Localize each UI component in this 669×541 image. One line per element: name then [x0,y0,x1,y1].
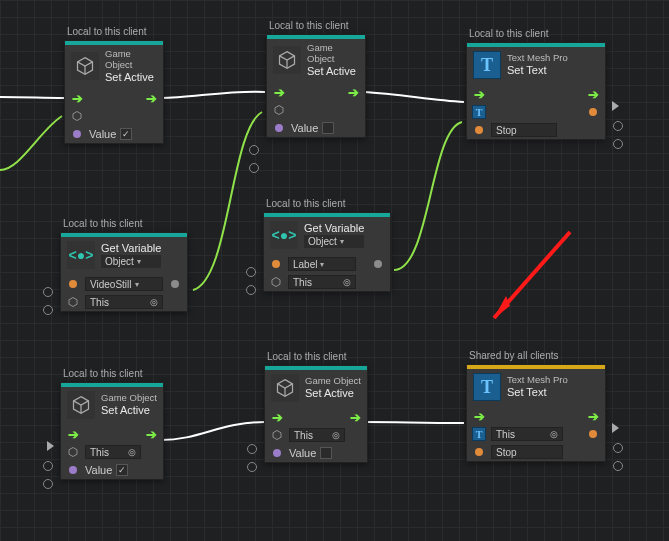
action-label: Set Text [507,64,568,77]
scope-label: Shared by all clients [469,350,559,361]
text-in-port[interactable] [471,126,487,134]
exec-out-port[interactable]: ➔ [585,409,601,424]
name-dropdown[interactable]: Label▾ [288,257,356,271]
value-label: Value [289,447,316,459]
side-port[interactable] [613,139,623,149]
side-port[interactable] [613,443,623,453]
svg-line-0 [494,232,570,318]
value-in-port[interactable] [271,124,287,132]
node-tmp-settext-shared[interactable]: Shared by all clients T Text Mesh Pro Se… [466,364,606,462]
action-label: Set Active [307,65,359,78]
exec-out-port[interactable]: ➔ [585,87,601,102]
value-in-port[interactable] [65,466,81,474]
value-checkbox[interactable] [322,122,334,134]
exec-in-port[interactable]: ➔ [69,91,85,106]
target-in-port[interactable]: T [471,427,487,441]
target-in-port[interactable] [271,104,287,116]
name-dropdown[interactable]: VideoStill▾ [85,277,163,291]
side-port[interactable] [246,285,256,295]
side-port[interactable] [249,145,259,155]
cube-icon [67,391,95,419]
node-get-variable-2[interactable]: Local to this client <●> Get Variable Ob… [263,212,391,292]
target-in-port[interactable] [65,446,81,458]
value-label: Value [89,128,116,140]
target-field[interactable]: This◎ [288,275,356,289]
value-out-port[interactable] [167,280,183,288]
exec-in-port[interactable]: ➔ [471,409,487,424]
scope-label: Local to this client [63,218,143,229]
target-field[interactable]: This◎ [289,428,345,442]
side-port[interactable] [43,305,53,315]
exec-out-port[interactable]: ➔ [347,410,363,425]
side-port[interactable] [247,444,257,454]
target-in-port[interactable] [65,296,81,308]
exec-in-port[interactable]: ➔ [269,410,285,425]
action-label: Get Variable [101,242,161,255]
node-set-active-1[interactable]: Local to this client Game Object Set Act… [64,40,164,144]
target-field[interactable]: This◎ [491,427,563,441]
target-field[interactable]: This◎ [85,295,163,309]
side-port[interactable] [246,267,256,277]
exec-out-port[interactable]: ➔ [345,85,361,100]
value-checkbox[interactable] [320,447,332,459]
action-label: Get Variable [304,222,364,235]
data-out-port[interactable] [585,108,601,116]
target-in-port[interactable]: T [471,105,487,119]
node-set-active-3[interactable]: Local to this client Game Object Set Act… [60,382,164,480]
target-in-port[interactable] [269,429,285,441]
exec-out-port[interactable]: ➔ [143,427,159,442]
side-port[interactable] [613,121,623,131]
module-label: Text Mesh Pro [507,375,568,386]
text-field[interactable]: Stop [491,445,563,459]
exec-in-tri[interactable] [47,441,54,451]
value-checkbox[interactable]: ✓ [116,464,128,476]
side-port[interactable] [247,462,257,472]
scope-label: Local to this client [67,26,147,37]
text-field[interactable]: Stop [491,123,557,137]
text-in-port[interactable] [471,448,487,456]
cube-icon [71,52,99,80]
value-out-port[interactable] [370,260,386,268]
data-out-port[interactable] [585,430,601,438]
side-port[interactable] [43,287,53,297]
kind-dropdown[interactable]: Object▾ [304,235,364,249]
exec-out-port[interactable]: ➔ [143,91,159,106]
variable-icon: <●> [270,221,298,249]
exec-out-tri[interactable] [612,101,619,111]
value-in-port[interactable] [69,130,85,138]
exec-in-port[interactable]: ➔ [65,427,81,442]
tmp-icon: T [473,51,501,79]
node-get-variable-1[interactable]: Local to this client <●> Get Variable Ob… [60,232,188,312]
name-in-port[interactable] [65,280,81,288]
action-label: Set Active [105,71,157,84]
kind-dropdown[interactable]: Object▾ [101,255,161,269]
name-in-port[interactable] [268,260,284,268]
exec-in-port[interactable]: ➔ [471,87,487,102]
value-checkbox[interactable]: ✓ [120,128,132,140]
side-port[interactable] [613,461,623,471]
cube-icon [273,46,301,74]
variable-icon: <●> [67,241,95,269]
node-set-active-4[interactable]: Local to this client Game Object Set Act… [264,365,368,463]
side-port[interactable] [43,461,53,471]
target-in-port[interactable] [69,110,85,122]
module-label: Game Object [101,393,157,404]
module-label: Text Mesh Pro [507,53,568,64]
scope-label: Local to this client [269,20,349,31]
side-port[interactable] [43,479,53,489]
node-set-active-2[interactable]: Local to this client Game Object Set Act… [266,34,366,138]
exec-out-tri[interactable] [612,423,619,433]
action-label: Set Active [101,404,157,417]
target-in-port[interactable] [268,276,284,288]
value-label: Value [85,464,112,476]
scope-label: Local to this client [266,198,346,209]
target-field[interactable]: This◎ [85,445,141,459]
node-tmp-settext-1[interactable]: Local to this client T Text Mesh Pro Set… [466,42,606,140]
value-in-port[interactable] [269,449,285,457]
module-label: Game Object [307,43,359,65]
side-port[interactable] [249,163,259,173]
svg-marker-1 [494,296,510,318]
exec-in-port[interactable]: ➔ [271,85,287,100]
cube-icon [271,374,299,402]
scope-label: Local to this client [469,28,549,39]
